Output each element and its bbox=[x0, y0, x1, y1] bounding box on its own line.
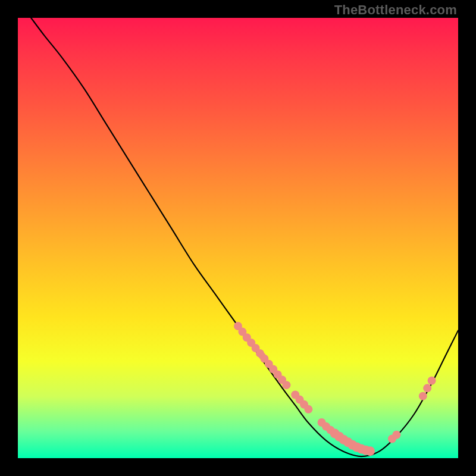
data-points-group bbox=[234, 322, 436, 456]
bottleneck-curve bbox=[31, 18, 458, 456]
data-point bbox=[304, 405, 312, 414]
data-point bbox=[423, 384, 431, 392]
plot-frame bbox=[18, 18, 458, 458]
plot-svg bbox=[18, 18, 458, 458]
attribution-text: TheBottleneck.com bbox=[334, 2, 457, 18]
data-point bbox=[392, 431, 400, 439]
data-point bbox=[419, 392, 427, 400]
data-point bbox=[428, 377, 436, 385]
data-point bbox=[282, 381, 290, 389]
data-point bbox=[365, 446, 375, 456]
